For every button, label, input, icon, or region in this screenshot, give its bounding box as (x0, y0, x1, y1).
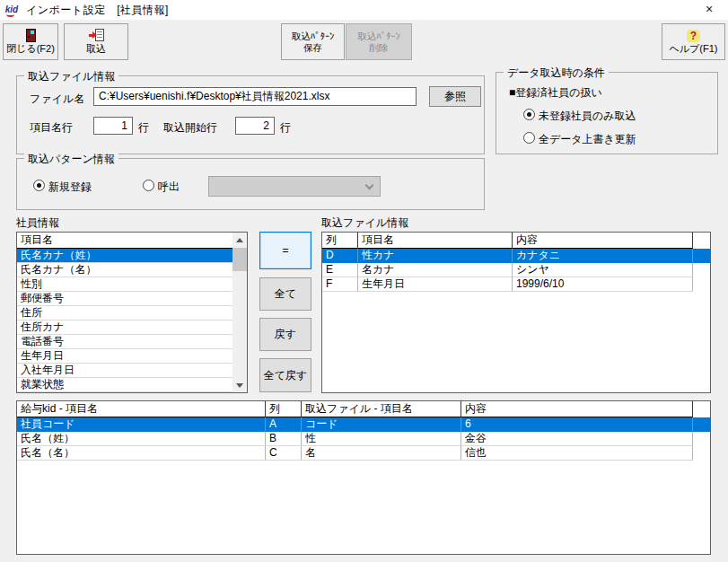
table-row[interactable]: 社員コード A コード 6 (17, 417, 710, 432)
help-button[interactable]: ? ヘルプ(F1) (662, 23, 725, 60)
radio-new-registration-label[interactable]: 新規登録 (48, 180, 92, 195)
file-name-label: ファイル名 (30, 92, 84, 107)
list-item[interactable]: 郵便番号 (17, 292, 232, 306)
header-row-input[interactable] (93, 117, 133, 135)
table-row[interactable]: E 名カナ シンヤ (322, 263, 710, 277)
column-header: 内容 (513, 233, 693, 249)
radio-recall-label[interactable]: 呼出 (158, 180, 180, 195)
header-row-unit: 行 (138, 120, 149, 136)
list-item[interactable]: 就業状態 (17, 378, 232, 392)
column-header: 項目名 (358, 233, 513, 249)
start-row-unit: 行 (280, 120, 291, 136)
employee-item-list: 項目名 氏名カナ（姓） 氏名カナ（名） 性別 郵便番号 住所 住所カナ 電話番号… (16, 232, 248, 393)
scroll-up-icon[interactable] (232, 233, 247, 247)
list-item[interactable]: 氏名カナ（名） (17, 263, 232, 277)
registered-employee-handling-label: ■登録済社員の扱い (509, 85, 602, 101)
help-button-label: ヘルプ(F1) (670, 43, 718, 55)
employee-list-title: 社員情報 (16, 215, 59, 231)
save-pattern-button[interactable]: 取込ﾊﾟﾀｰﾝ 保存 (281, 23, 345, 60)
undo-button[interactable]: 戻す (259, 318, 311, 351)
help-question-icon: ? (687, 30, 700, 42)
import-file-info-group: 取込ファイル情報 ファイル名 参照 項目名行 行 取込開始行 行 (16, 75, 485, 154)
import-button-label: 取込 (86, 43, 106, 55)
table-row[interactable]: 氏名（姓） B 性 金谷 (17, 432, 710, 446)
window-close-icon[interactable]: × (694, 0, 724, 20)
import-doc-arrow-icon (89, 29, 104, 42)
mapping-table: 給与kid - 項目名 列 取込ファイル - 項目名 内容 社員コード A コー… (16, 400, 711, 555)
chevron-down-icon (365, 181, 374, 190)
save-pattern-label-line1: 取込ﾊﾟﾀｰﾝ (292, 31, 334, 42)
file-name-input[interactable] (93, 87, 417, 106)
radio-new-registration[interactable] (33, 180, 45, 191)
employee-list-header: 項目名 (17, 233, 232, 249)
column-header: 内容 (461, 401, 693, 417)
column-header: 列 (266, 401, 302, 417)
close-button[interactable]: 閉じる(F2) (3, 23, 58, 60)
door-icon (26, 29, 36, 42)
column-header: 列 (322, 233, 358, 249)
list-item[interactable]: 住所カナ (17, 321, 232, 335)
list-item[interactable]: 入社年月日 (17, 364, 232, 378)
toolbar: 閉じる(F2) 取込 取込ﾊﾟﾀｰﾝ 保存 取込ﾊﾟﾀｰﾝ 削除 ? ヘルプ(F… (0, 20, 728, 63)
delete-pattern-label-line1: 取込ﾊﾟﾀｰﾝ (357, 31, 399, 42)
import-conditions-group: データ取込時の条件 ■登録済社員の扱い 未登録社員のみ取込 全データ上書き更新 (496, 72, 718, 154)
radio-recall[interactable] (143, 180, 154, 191)
pattern-select[interactable] (208, 176, 381, 197)
browse-button[interactable]: 参照 (429, 86, 481, 107)
undo-all-button[interactable]: 全て戻す (259, 358, 311, 392)
table-row[interactable]: 氏名（名） C 名 信也 (17, 446, 710, 461)
import-button[interactable]: 取込 (64, 23, 128, 60)
radio-new-employees-only[interactable] (523, 109, 535, 120)
scroll-thumb[interactable] (232, 248, 247, 271)
table-row[interactable]: F 生年月日 1999/6/10 (322, 277, 710, 292)
import-file-table: 列 項目名 内容 D 性カナ カナタニ E 名カナ シンヤ F 生年月日 199… (321, 232, 711, 393)
app-kid-icon: kid (4, 4, 20, 17)
list-item[interactable]: 電話番号 (17, 335, 232, 349)
table-row[interactable]: D 性カナ カナタニ (322, 249, 710, 263)
import-conditions-group-title: データ取込時の条件 (504, 66, 609, 81)
radio-overwrite-all[interactable] (523, 132, 535, 144)
employee-list-scrollbar[interactable] (232, 233, 247, 392)
column-header: 取込ファイル - 項目名 (302, 401, 461, 417)
close-button-label: 閉じる(F2) (6, 43, 55, 55)
list-item[interactable]: 住所 (17, 306, 232, 321)
import-file-info-group-title: 取込ファイル情報 (24, 69, 118, 84)
delete-pattern-button[interactable]: 取込ﾊﾟﾀｰﾝ 削除 (346, 23, 412, 60)
header-row-label: 項目名行 (30, 120, 73, 136)
list-item[interactable]: 性別 (17, 277, 232, 292)
save-pattern-label-line2: 保存 (303, 42, 322, 54)
assign-all-button[interactable]: 全て (259, 277, 311, 311)
title-bar: kid インポート設定 [社員情報] × (0, 0, 728, 20)
import-file-list-title: 取込ファイル情報 (321, 215, 408, 231)
import-file-table-header: 列 項目名 内容 (322, 233, 710, 249)
start-row-input[interactable] (235, 117, 275, 135)
scroll-down-icon[interactable] (232, 378, 247, 392)
delete-pattern-label-line2: 削除 (370, 42, 389, 54)
import-pattern-info-group-title: 取込パターン情報 (24, 152, 118, 167)
window-title: インポート設定 [社員情報] (26, 3, 169, 18)
column-header: 給与kid - 項目名 (17, 401, 266, 417)
list-item[interactable]: 生年月日 (17, 349, 232, 364)
radio-overwrite-all-label[interactable]: 全データ上書き更新 (539, 132, 636, 147)
import-pattern-info-group: 取込パターン情報 新規登録 呼出 (16, 158, 485, 210)
list-item[interactable]: 氏名カナ（姓） (17, 249, 232, 263)
radio-new-employees-only-label[interactable]: 未登録社員のみ取込 (539, 109, 636, 124)
mapping-table-header: 給与kid - 項目名 列 取込ファイル - 項目名 内容 (17, 401, 710, 417)
start-row-label: 取込開始行 (163, 120, 217, 136)
assign-button[interactable]: = (259, 232, 311, 269)
